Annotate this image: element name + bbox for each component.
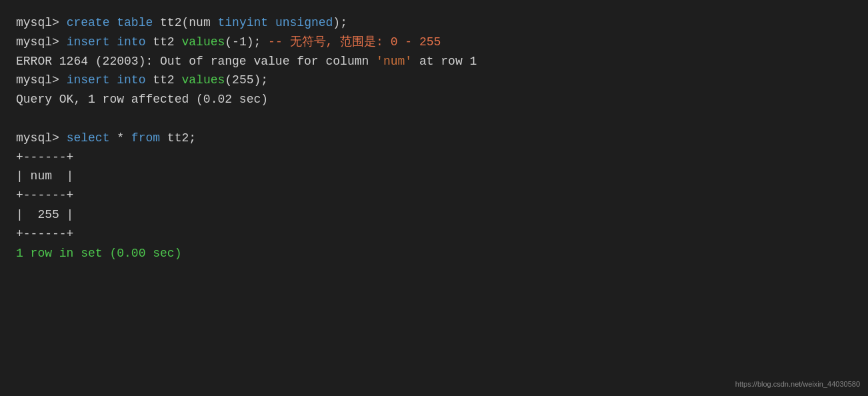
- terminal-output: mysql> create table tt2(num tinyint unsi…: [16, 13, 852, 263]
- terminal-line-blank1: [16, 109, 852, 129]
- terminal-line-line3: ERROR 1264 (22003): Out of range value f…: [16, 52, 852, 71]
- terminal-line-line6: mysql> select * from tt2;: [16, 129, 852, 148]
- terminal-line-line12: 1 row in set (0.00 sec): [16, 244, 852, 263]
- terminal-line-line4: mysql> insert into tt2 values(255);: [16, 71, 852, 90]
- terminal-line-line2: mysql> insert into tt2 values(-1); -- 无符…: [16, 33, 852, 52]
- terminal-line-line5: Query OK, 1 row affected (0.02 sec): [16, 90, 852, 109]
- terminal-line-line11: +------+: [16, 225, 852, 244]
- terminal-line-line1: mysql> create table tt2(num tinyint unsi…: [16, 13, 852, 33]
- watermark: https://blog.csdn.net/weixin_44030580: [735, 379, 860, 391]
- terminal-line-line7: +------+: [16, 148, 852, 167]
- terminal-line-line9: +------+: [16, 186, 852, 205]
- terminal-line-line8: | num |: [16, 167, 852, 186]
- terminal-line-line10: | 255 |: [16, 205, 852, 225]
